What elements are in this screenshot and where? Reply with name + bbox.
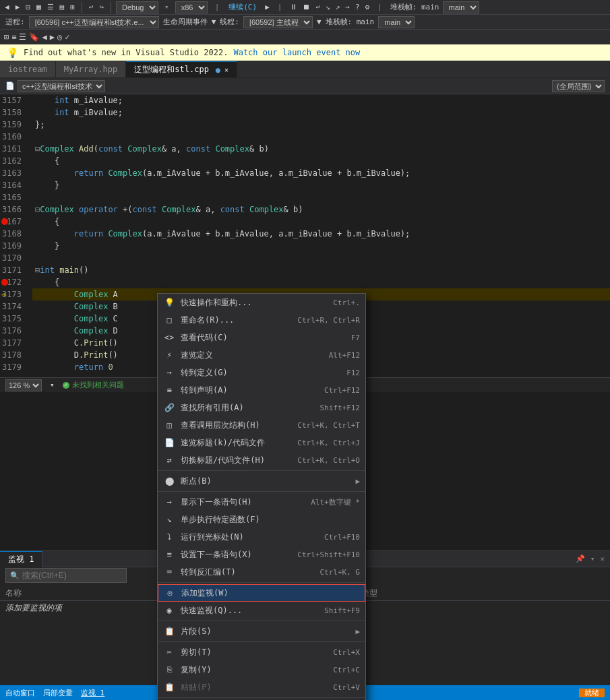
- back-icon[interactable]: ◀: [3, 2, 11, 12]
- debug-btn-4[interactable]: ↘: [324, 2, 332, 12]
- mini-btn-6[interactable]: ◎: [57, 32, 62, 42]
- ln-3172[interactable]: 3172: [0, 276, 27, 288]
- ln-3174: 3174: [0, 300, 27, 313]
- ctx-view-code[interactable]: <> 查看代码(C) F7: [158, 329, 365, 346]
- ctx-cut[interactable]: ✂ 剪切(T) Ctrl+X: [158, 643, 365, 661]
- mini-btn-7[interactable]: ✓: [65, 32, 69, 42]
- panel-close-icon[interactable]: ✕: [600, 554, 605, 563]
- disassembly-icon: ⌨: [163, 567, 175, 577]
- ctx-quick-actions[interactable]: 💡 快速操作和重构... Ctrl+.: [158, 294, 365, 311]
- process-select[interactable]: [60596] c++泛型编程和st技术.e...: [29, 16, 159, 28]
- ctx-goto-def[interactable]: → 转到定义(G) F12: [158, 364, 365, 381]
- watch1-btn[interactable]: 监视 1: [81, 688, 104, 698]
- forward-icon[interactable]: ▶: [13, 2, 22, 12]
- code-line-3172: {: [32, 276, 610, 288]
- debug-run-icon[interactable]: ▶: [263, 2, 272, 12]
- ctx-peek-header[interactable]: 📄 速览标题(k)/代码文件 Ctrl+K, Ctrl+J: [158, 434, 365, 451]
- ln-3167[interactable]: 3167: [0, 216, 27, 228]
- ctx-snippet[interactable]: 📋 片段(S) ▶: [158, 623, 365, 640]
- ctx-goto-decl-label: 转到声明(A): [181, 385, 319, 396]
- search-box[interactable]: 🔍: [5, 568, 127, 583]
- panel-menu-icon[interactable]: ▾: [590, 554, 595, 563]
- line-numbers: 3157 3158 3159 3160 3161 3162 3163 3164 …: [0, 94, 32, 377]
- toolbar-btn-3[interactable]: ☰: [45, 2, 56, 12]
- local-vars-btn[interactable]: 局部变量: [43, 688, 73, 698]
- ctx-add-watch-label: 添加监视(W): [181, 587, 354, 599]
- file-icon: 📄: [5, 82, 15, 90]
- ctx-set-next[interactable]: ≡ 设置下一条语句(X) Ctrl+Shift+F10: [158, 546, 365, 563]
- goto-def-icon: →: [163, 368, 175, 377]
- code-line-3164: }: [32, 179, 610, 191]
- ctx-paste[interactable]: 📋 粘贴(P) Ctrl+V: [158, 678, 365, 696]
- debug-btn-6[interactable]: →: [343, 2, 352, 12]
- search-input[interactable]: [22, 571, 117, 580]
- tab-iostream[interactable]: iostream: [0, 61, 56, 77]
- pin-icon[interactable]: 📌: [576, 554, 585, 563]
- project-select[interactable]: c++泛型编程和st技术: [18, 80, 105, 92]
- continue-button[interactable]: 继续(C): [226, 1, 259, 13]
- auto-window-btn[interactable]: 自动窗口: [5, 688, 35, 698]
- filter-icon[interactable]: ▼: [212, 18, 216, 26]
- toolbar-btn-2[interactable]: ▦: [34, 2, 43, 12]
- debug-btn-1[interactable]: ⏸: [288, 2, 299, 12]
- watch-tab[interactable]: 监视 1: [0, 551, 42, 567]
- ctx-set-next-label: 设置下一条语句(X): [181, 549, 292, 561]
- debug-btn-2[interactable]: ⏹: [301, 2, 312, 12]
- undo-icon[interactable]: ↩: [87, 2, 96, 12]
- toolbar-icons: ◀ ▶ ⊡ ▦ ☰ ▤ ⊞ ↩ ↪ Debug ▾ x86 | 继续(C) ▶ …: [3, 1, 479, 13]
- filter-icon-2[interactable]: ▼: [317, 18, 322, 26]
- ctx-quick-actions-shortcut: Ctrl+.: [333, 298, 360, 307]
- ctx-toggle-header[interactable]: ⇄ 切换标题/代码文件(H) Ctrl+K, Ctrl+O: [158, 451, 365, 469]
- lifecycle-btn[interactable]: 生命周期事件: [163, 17, 208, 27]
- ctx-step-into[interactable]: ↘ 单步执行特定函数(F): [158, 511, 365, 528]
- mini-btn-3[interactable]: ☰: [19, 32, 26, 42]
- context-menu: 💡 快速操作和重构... Ctrl+. □ 重命名(R)... Ctrl+R, …: [157, 293, 366, 700]
- ctx-find-refs[interactable]: 🔗 查找所有引用(A) Shift+F12: [158, 399, 365, 416]
- toolbar-btn-1[interactable]: ⊡: [24, 2, 32, 12]
- debug-btn-3[interactable]: ↩: [313, 2, 322, 12]
- ctx-add-watch[interactable]: ◎ 添加监视(W): [158, 584, 365, 602]
- code-header-left: 📄 c++泛型编程和st技术: [5, 80, 105, 92]
- mini-btn-4[interactable]: ◀: [42, 32, 47, 42]
- rename-icon: □: [163, 315, 175, 325]
- toolbar-btn-5[interactable]: ⊞: [68, 2, 77, 12]
- debug-btn-5[interactable]: ↗: [334, 2, 342, 12]
- stack-select-2[interactable]: main: [378, 16, 415, 28]
- debug-btn-7[interactable]: ?: [353, 2, 362, 12]
- launch-event-link[interactable]: Watch our launch event now: [233, 48, 360, 57]
- zoom-select[interactable]: 126 %: [5, 379, 42, 391]
- sep-5: [158, 641, 365, 642]
- ctx-peek-def[interactable]: ⚡ 速览定义 Alt+F12: [158, 346, 365, 364]
- ctx-rename[interactable]: □ 重命名(R)... Ctrl+R, Ctrl+R: [158, 311, 365, 329]
- snippet-arrow: ▶: [355, 627, 360, 636]
- thread-select[interactable]: [60592] 主线程: [243, 16, 313, 28]
- ctx-show-next-label: 显示下一条语句(H): [181, 497, 305, 508]
- mini-btn-1[interactable]: ⊡: [4, 32, 9, 42]
- ctx-goto-decl[interactable]: ≡ 转到声明(A) Ctrl+F12: [158, 381, 365, 399]
- ctx-cut-label: 剪切(T): [181, 647, 328, 658]
- col-type: 类型: [356, 586, 610, 601]
- tab-myarray[interactable]: MyArray.hpp: [56, 61, 126, 77]
- arch-select[interactable]: x86: [175, 1, 208, 13]
- zoom-dropdown-icon[interactable]: ▾: [50, 381, 55, 389]
- redo-icon[interactable]: ↪: [97, 2, 106, 12]
- ctx-quick-watch[interactable]: ◉ 快速监视(Q)... Shift+F9: [158, 602, 365, 619]
- ln-3178: 3178: [0, 349, 27, 361]
- scope-select[interactable]: (全局范围): [552, 80, 605, 92]
- debug-btn-8[interactable]: ⚙: [363, 2, 372, 12]
- ctx-run-to-cursor[interactable]: ⤵ 运行到光标处(N) Ctrl+F10: [158, 528, 365, 546]
- bookmark-icon[interactable]: 🔖: [29, 32, 39, 42]
- tab-close-btn[interactable]: ✕: [224, 66, 228, 73]
- call-hierarchy-icon: ◫: [163, 420, 175, 430]
- debug-config-select[interactable]: Debug: [116, 1, 158, 13]
- toolbar-btn-4[interactable]: ▤: [58, 2, 67, 12]
- ctx-disassembly[interactable]: ⌨ 转到反汇编(T) Ctrl+K, G: [158, 563, 365, 581]
- ctx-show-next[interactable]: → 显示下一条语句(H) Alt+数字键 *: [158, 493, 365, 511]
- ctx-call-hierarchy[interactable]: ◫ 查看调用层次结构(H) Ctrl+K, Ctrl+T: [158, 416, 365, 434]
- mini-btn-2[interactable]: ≡: [11, 32, 16, 42]
- mini-btn-5[interactable]: ▶: [50, 32, 55, 42]
- ctx-copy[interactable]: ⎘ 复制(Y) Ctrl+C: [158, 661, 365, 678]
- ctx-breakpoint[interactable]: ⬤ 断点(B) ▶: [158, 472, 365, 490]
- tab-main-cpp[interactable]: 泛型编程和stl.cpp ● ✕: [126, 61, 237, 77]
- stack-select[interactable]: main: [443, 1, 479, 13]
